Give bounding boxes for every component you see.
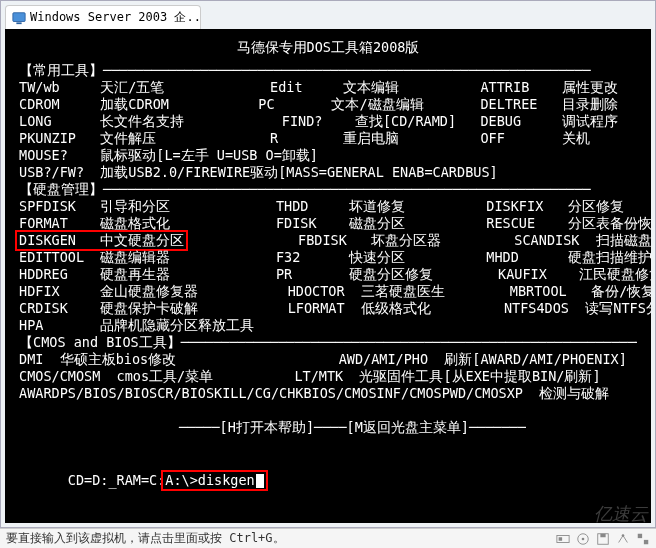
section-header: 【CMOS and BIOS工具】───────────────────────… (19, 334, 637, 351)
section-header: 【常用工具】──────────────────────────────────… (19, 62, 637, 79)
console-title: 马德保专用DOS工具箱2008版 (19, 39, 637, 56)
vm-window: Windows Server 2003 企... 马德保专用DOS工具箱2008… (0, 0, 656, 528)
svg-rect-0 (13, 12, 25, 21)
menu-row[interactable]: HDDREG 硬盘再生器 PR 硬盘分区修复 KAUFIX 江民硬盘修复 (19, 266, 637, 283)
menu-row[interactable]: CDROM 加载CDROM PC 文本/磁盘编辑 DELTREE 目录删除 (19, 96, 637, 113)
menu-row[interactable]: AWARDPS/BIOS/BIOSCR/BIOSKILL/CG/CHKBIOS/… (19, 385, 637, 402)
cd-icon[interactable] (576, 532, 590, 546)
status-bar: 要直接输入到该虚拟机，请点击里面或按 Ctrl+G。 (0, 528, 656, 548)
svg-rect-7 (600, 533, 605, 537)
device-icon[interactable] (556, 532, 570, 546)
cursor (256, 474, 264, 488)
section-header: 【硬盘管理】──────────────────────────────────… (19, 181, 637, 198)
menu-row[interactable]: TW/wb 天汇/五笔 Edit 文本编辑 ATTRIB 属性更改 (19, 79, 637, 96)
menu-row[interactable]: DMI 华硕主板bios修改 AWD/AMI/PHO 刷新[AWARD/AMI/… (19, 351, 637, 368)
highlight-diskgen: DISKGEN 中文硬盘分区 (15, 230, 188, 251)
menu-row[interactable]: USB?/FW? 加载USB2.0/FIREWIRE驱动[MASS=GENERA… (19, 164, 637, 181)
svg-point-5 (582, 537, 585, 540)
dos-console[interactable]: 马德保专用DOS工具箱2008版 【常用工具】─────────────────… (5, 29, 651, 523)
network-icon[interactable] (616, 532, 630, 546)
status-icons (556, 532, 650, 546)
menu-row[interactable]: CRDISK 硬盘保护卡破解 LFORMAT 低级格式化 NTFS4DOS 读写… (19, 300, 637, 317)
svg-rect-3 (559, 537, 563, 541)
svg-rect-1 (16, 22, 21, 24)
menu-row[interactable]: LONG 长文件名支持 FIND? 查找[CD/RAMD] DEBUG 调试程序 (19, 113, 637, 130)
settings-icon[interactable] (636, 532, 650, 546)
menu-row[interactable]: PKUNZIP 文件解压 R 重启电脑 OFF 关机 (19, 130, 637, 147)
bottom-hints: ─────[H打开本帮助]────[M返回光盘主菜单]─────── (19, 402, 637, 453)
menu-row[interactable]: DISKGEN 中文硬盘分区 FBDISK 坏盘分区器 SCANDISK 扫描磁… (19, 232, 637, 249)
menu-row[interactable]: HPA 品牌机隐藏分区释放工具 (19, 317, 637, 334)
svg-rect-9 (638, 533, 642, 537)
svg-point-8 (622, 534, 625, 537)
tab-title: Windows Server 2003 企... (30, 9, 201, 26)
floppy-icon[interactable] (596, 532, 610, 546)
status-text: 要直接输入到该虚拟机，请点击里面或按 Ctrl+G。 (6, 530, 285, 547)
tab-active[interactable]: Windows Server 2003 企... (5, 5, 201, 29)
console-body: 【常用工具】──────────────────────────────────… (19, 62, 637, 402)
svg-rect-10 (644, 539, 648, 543)
menu-row[interactable]: EDITTOOL 磁盘编辑器 F32 快速分区 MHDD 硬盘扫描维护 (19, 249, 637, 266)
prompt-line[interactable]: CD=D:_RAM=C:A:\>diskgen (19, 455, 637, 506)
menu-row[interactable]: SPFDISK 引导和分区 THDD 坏道修复 DISKFIX 分区修复 (19, 198, 637, 215)
tab-bar: Windows Server 2003 企... (1, 1, 655, 29)
vm-icon (12, 11, 26, 25)
menu-row[interactable]: CMOS/CMOSM cmos工具/菜单 LT/MTK 光驱固件工具[从EXE中… (19, 368, 637, 385)
menu-row[interactable]: MOUSE? 鼠标驱动[L=左手 U=USB O=卸载] (19, 147, 637, 164)
menu-row[interactable]: HDFIX 金山硬盘修复器 HDOCTOR 三茗硬盘医生 MBRTOOL 备份/… (19, 283, 637, 300)
